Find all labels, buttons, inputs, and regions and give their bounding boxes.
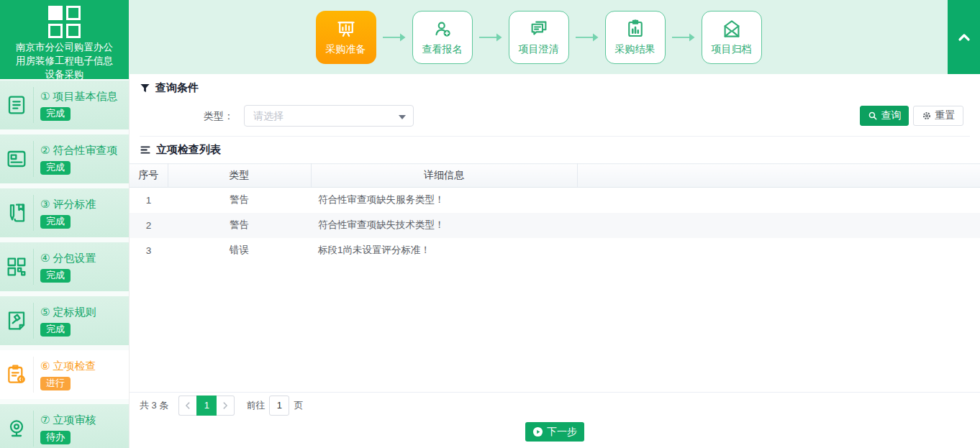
id-card-icon	[0, 147, 33, 170]
step-label: 项目澄清	[519, 43, 559, 56]
search-button[interactable]: 查询	[860, 106, 909, 126]
step-view-registration[interactable]: 查看报名	[412, 11, 473, 64]
step-number: ④	[40, 252, 50, 264]
goto-page-input[interactable]	[269, 396, 289, 416]
column-header-empty	[577, 164, 980, 188]
cell-detail: 标段1尚未设置评分标准！	[311, 238, 577, 263]
status-badge: 进行	[40, 377, 71, 390]
sidebar-menu: ①项目基本信息 完成 ②符合性审查项 完成 ③评分标准 完成	[0, 79, 129, 448]
clipboard-text-icon	[0, 93, 33, 116]
next-step-label: 下一步	[547, 426, 577, 439]
pen-book-icon	[0, 201, 33, 224]
cell-type: 警告	[168, 213, 311, 238]
list-section: 立项检查列表 序号 类型 详细信息 1 警告 符合性审查项缺失服务类型！	[130, 137, 980, 263]
step-number: ⑥	[40, 360, 50, 372]
total-count: 共 3 条	[140, 399, 168, 412]
sidebar: 南京市分公司购置办公用房装修工程电子信息设备采购 ①项目基本信息 完成 ②符合性…	[0, 0, 130, 448]
cell-type: 错误	[168, 238, 311, 263]
status-badge: 完成	[40, 215, 71, 229]
page-unit-label: 页	[294, 399, 303, 412]
play-circle-icon	[532, 426, 543, 437]
filter-icon	[140, 83, 150, 93]
page-number-button[interactable]: 1	[196, 396, 217, 416]
arrow-right-icon	[671, 32, 696, 42]
person-add-icon	[432, 18, 453, 40]
status-badge: 完成	[40, 269, 71, 283]
chat-bubbles-icon	[528, 18, 550, 40]
grid-qr-icon	[0, 255, 33, 278]
workflow-steps: 采购准备 查看报名 项目澄清	[130, 0, 948, 74]
status-badge: 完成	[40, 107, 71, 121]
column-header-index: 序号	[130, 164, 168, 188]
chevron-left-icon	[183, 401, 192, 410]
sidebar-item-label: 立项审核	[53, 413, 96, 426]
table-header-row: 序号 类型 详细信息	[130, 164, 980, 188]
main-content: 查询条件 类型： 查询 重置	[130, 74, 980, 448]
sidebar-item-award-rules[interactable]: ⑤定标规则 完成	[0, 296, 129, 345]
prev-page-button[interactable]	[178, 396, 196, 416]
sidebar-item-subpackage-settings[interactable]: ④分包设置 完成	[0, 242, 129, 291]
sidebar-item-project-check[interactable]: ⑥立项检查 进行	[0, 350, 129, 399]
cell-type: 警告	[168, 188, 311, 213]
cell-detail: 符合性审查项缺失服务类型！	[311, 188, 577, 213]
table-row: 2 警告 符合性审查项缺失技术类型！	[130, 213, 980, 238]
sidebar-item-label: 立项检查	[53, 360, 96, 372]
query-section: 查询条件 类型： 查询 重置	[130, 74, 980, 137]
sidebar-item-project-info[interactable]: ①项目基本信息 完成	[0, 81, 129, 129]
sidebar-item-label: 评分标准	[53, 198, 96, 210]
sidebar-item-label: 项目基本信息	[53, 90, 117, 102]
list-icon	[140, 145, 151, 155]
webcam-icon	[0, 417, 33, 440]
status-badge: 完成	[40, 323, 71, 337]
type-select-input[interactable]	[245, 106, 389, 126]
project-title: 南京市分公司购置办公用房装修工程电子信息设备采购	[14, 40, 115, 81]
step-procurement-prep[interactable]: 采购准备	[316, 11, 376, 64]
goto-label: 前往	[246, 399, 265, 412]
sidebar-item-label: 定标规则	[53, 306, 96, 318]
workflow-topbar: 采购准备 查看报名 项目澄清	[130, 0, 980, 74]
step-project-clarification[interactable]: 项目澄清	[509, 11, 569, 64]
type-select[interactable]	[244, 105, 414, 127]
step-number: ①	[40, 90, 50, 102]
sidebar-header: 南京市分公司购置办公用房装修工程电子信息设备采购	[0, 0, 129, 79]
check-list-table: 序号 类型 详细信息 1 警告 符合性审查项缺失服务类型！ 2 警告 符合性审查…	[130, 163, 980, 263]
envelope-open-icon	[721, 18, 743, 40]
collapse-topbar-button[interactable]	[948, 0, 980, 74]
section-divider	[140, 136, 970, 137]
sidebar-item-scoring-standard[interactable]: ③评分标准 完成	[0, 188, 129, 237]
step-number: ⑦	[40, 413, 50, 426]
clipboard-chart-icon	[625, 18, 646, 40]
step-number: ③	[40, 198, 50, 210]
step-project-archive[interactable]: 项目归档	[702, 11, 762, 64]
sidebar-item-compliance-review[interactable]: ②符合性审查项 完成	[0, 134, 129, 183]
next-page-button[interactable]	[217, 396, 235, 416]
table-row: 3 错误 标段1尚未设置评分标准！	[130, 238, 980, 263]
status-badge: 待办	[40, 431, 71, 444]
next-step-button[interactable]: 下一步	[525, 422, 584, 442]
reset-gear-icon	[922, 111, 932, 121]
step-label: 采购结果	[615, 43, 655, 56]
cell-index: 2	[130, 213, 168, 238]
query-section-title: 查询条件	[155, 81, 199, 95]
sidebar-item-label: 符合性审查项	[53, 144, 117, 156]
step-label: 查看报名	[422, 43, 463, 56]
search-button-label: 查询	[881, 109, 902, 122]
pagination-bar: 共 3 条 1 前往 页	[130, 392, 980, 418]
clipboard-gear-icon	[0, 363, 33, 386]
step-label: 采购准备	[326, 43, 366, 56]
type-label: 类型：	[172, 105, 234, 127]
sidebar-item-label: 分包设置	[53, 252, 96, 264]
arrow-right-icon	[575, 32, 599, 42]
cell-index: 3	[130, 238, 168, 263]
sidebar-item-project-approval[interactable]: ⑦立项审核 待办	[0, 404, 129, 448]
arrow-right-icon	[382, 32, 407, 42]
reset-button-label: 重置	[935, 109, 956, 122]
chevron-right-icon	[221, 401, 230, 410]
reset-button[interactable]: 重置	[913, 106, 963, 126]
step-procurement-result[interactable]: 采购结果	[605, 11, 666, 64]
step-number: ②	[40, 144, 50, 156]
chart-board-icon	[335, 18, 357, 40]
step-number: ⑤	[40, 306, 50, 318]
chevron-down-icon	[399, 115, 406, 119]
search-icon	[868, 111, 878, 121]
